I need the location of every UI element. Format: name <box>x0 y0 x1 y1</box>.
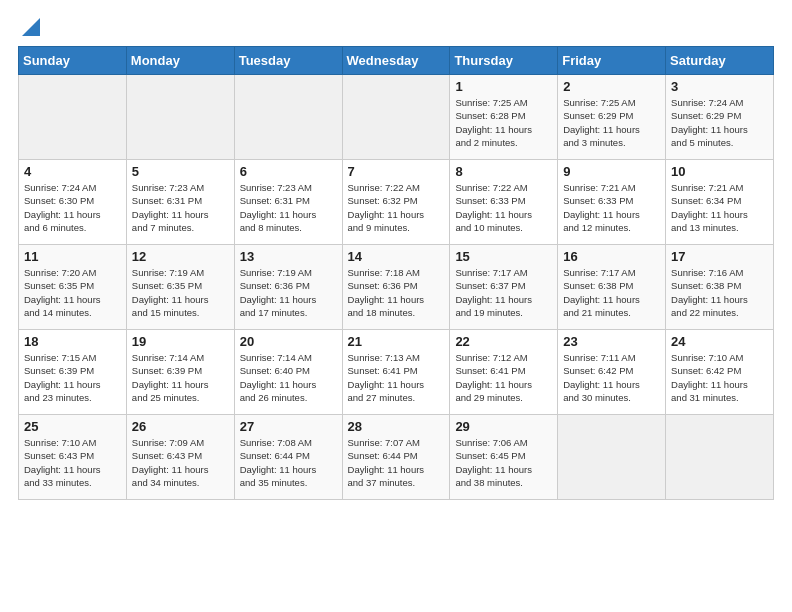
day-header-saturday: Saturday <box>666 47 774 75</box>
calendar-cell: 9Sunrise: 7:21 AM Sunset: 6:33 PM Daylig… <box>558 160 666 245</box>
day-info: Sunrise: 7:16 AM Sunset: 6:38 PM Dayligh… <box>671 266 768 319</box>
calendar-week-3: 18Sunrise: 7:15 AM Sunset: 6:39 PM Dayli… <box>19 330 774 415</box>
day-info: Sunrise: 7:21 AM Sunset: 6:33 PM Dayligh… <box>563 181 660 234</box>
calendar-cell: 11Sunrise: 7:20 AM Sunset: 6:35 PM Dayli… <box>19 245 127 330</box>
calendar-cell: 2Sunrise: 7:25 AM Sunset: 6:29 PM Daylig… <box>558 75 666 160</box>
calendar-cell: 5Sunrise: 7:23 AM Sunset: 6:31 PM Daylig… <box>126 160 234 245</box>
day-number: 11 <box>24 249 121 264</box>
day-number: 18 <box>24 334 121 349</box>
day-number: 1 <box>455 79 552 94</box>
calendar-cell <box>19 75 127 160</box>
day-header-sunday: Sunday <box>19 47 127 75</box>
day-number: 4 <box>24 164 121 179</box>
logo-icon <box>22 18 40 36</box>
calendar-cell <box>234 75 342 160</box>
day-info: Sunrise: 7:25 AM Sunset: 6:29 PM Dayligh… <box>563 96 660 149</box>
calendar-cell <box>126 75 234 160</box>
day-number: 23 <box>563 334 660 349</box>
day-number: 28 <box>348 419 445 434</box>
day-number: 5 <box>132 164 229 179</box>
svg-marker-0 <box>22 18 40 36</box>
day-info: Sunrise: 7:19 AM Sunset: 6:36 PM Dayligh… <box>240 266 337 319</box>
day-header-friday: Friday <box>558 47 666 75</box>
day-number: 25 <box>24 419 121 434</box>
day-number: 6 <box>240 164 337 179</box>
calendar-week-0: 1Sunrise: 7:25 AM Sunset: 6:28 PM Daylig… <box>19 75 774 160</box>
calendar-table: SundayMondayTuesdayWednesdayThursdayFrid… <box>18 46 774 500</box>
calendar-cell: 7Sunrise: 7:22 AM Sunset: 6:32 PM Daylig… <box>342 160 450 245</box>
day-info: Sunrise: 7:23 AM Sunset: 6:31 PM Dayligh… <box>240 181 337 234</box>
calendar-cell: 28Sunrise: 7:07 AM Sunset: 6:44 PM Dayli… <box>342 415 450 500</box>
day-info: Sunrise: 7:25 AM Sunset: 6:28 PM Dayligh… <box>455 96 552 149</box>
calendar-cell: 16Sunrise: 7:17 AM Sunset: 6:38 PM Dayli… <box>558 245 666 330</box>
day-number: 8 <box>455 164 552 179</box>
logo <box>18 18 40 36</box>
page: SundayMondayTuesdayWednesdayThursdayFrid… <box>0 0 792 510</box>
day-number: 29 <box>455 419 552 434</box>
day-info: Sunrise: 7:24 AM Sunset: 6:29 PM Dayligh… <box>671 96 768 149</box>
day-number: 14 <box>348 249 445 264</box>
calendar-cell: 8Sunrise: 7:22 AM Sunset: 6:33 PM Daylig… <box>450 160 558 245</box>
day-info: Sunrise: 7:08 AM Sunset: 6:44 PM Dayligh… <box>240 436 337 489</box>
calendar-cell: 12Sunrise: 7:19 AM Sunset: 6:35 PM Dayli… <box>126 245 234 330</box>
day-number: 12 <box>132 249 229 264</box>
day-info: Sunrise: 7:13 AM Sunset: 6:41 PM Dayligh… <box>348 351 445 404</box>
calendar-cell: 14Sunrise: 7:18 AM Sunset: 6:36 PM Dayli… <box>342 245 450 330</box>
day-number: 2 <box>563 79 660 94</box>
day-info: Sunrise: 7:17 AM Sunset: 6:38 PM Dayligh… <box>563 266 660 319</box>
day-number: 26 <box>132 419 229 434</box>
day-number: 10 <box>671 164 768 179</box>
calendar-cell: 15Sunrise: 7:17 AM Sunset: 6:37 PM Dayli… <box>450 245 558 330</box>
day-number: 7 <box>348 164 445 179</box>
calendar-cell: 3Sunrise: 7:24 AM Sunset: 6:29 PM Daylig… <box>666 75 774 160</box>
day-header-tuesday: Tuesday <box>234 47 342 75</box>
day-info: Sunrise: 7:07 AM Sunset: 6:44 PM Dayligh… <box>348 436 445 489</box>
day-info: Sunrise: 7:14 AM Sunset: 6:39 PM Dayligh… <box>132 351 229 404</box>
calendar-cell: 10Sunrise: 7:21 AM Sunset: 6:34 PM Dayli… <box>666 160 774 245</box>
calendar-cell: 17Sunrise: 7:16 AM Sunset: 6:38 PM Dayli… <box>666 245 774 330</box>
calendar-cell: 4Sunrise: 7:24 AM Sunset: 6:30 PM Daylig… <box>19 160 127 245</box>
calendar-cell: 26Sunrise: 7:09 AM Sunset: 6:43 PM Dayli… <box>126 415 234 500</box>
day-info: Sunrise: 7:10 AM Sunset: 6:42 PM Dayligh… <box>671 351 768 404</box>
day-info: Sunrise: 7:15 AM Sunset: 6:39 PM Dayligh… <box>24 351 121 404</box>
calendar-cell: 20Sunrise: 7:14 AM Sunset: 6:40 PM Dayli… <box>234 330 342 415</box>
day-number: 9 <box>563 164 660 179</box>
calendar-cell: 29Sunrise: 7:06 AM Sunset: 6:45 PM Dayli… <box>450 415 558 500</box>
calendar-cell: 6Sunrise: 7:23 AM Sunset: 6:31 PM Daylig… <box>234 160 342 245</box>
day-header-wednesday: Wednesday <box>342 47 450 75</box>
calendar-week-2: 11Sunrise: 7:20 AM Sunset: 6:35 PM Dayli… <box>19 245 774 330</box>
calendar-cell <box>666 415 774 500</box>
day-number: 3 <box>671 79 768 94</box>
day-info: Sunrise: 7:23 AM Sunset: 6:31 PM Dayligh… <box>132 181 229 234</box>
day-number: 13 <box>240 249 337 264</box>
calendar-week-4: 25Sunrise: 7:10 AM Sunset: 6:43 PM Dayli… <box>19 415 774 500</box>
day-number: 27 <box>240 419 337 434</box>
day-info: Sunrise: 7:21 AM Sunset: 6:34 PM Dayligh… <box>671 181 768 234</box>
calendar-cell: 19Sunrise: 7:14 AM Sunset: 6:39 PM Dayli… <box>126 330 234 415</box>
day-info: Sunrise: 7:10 AM Sunset: 6:43 PM Dayligh… <box>24 436 121 489</box>
calendar-cell <box>558 415 666 500</box>
day-info: Sunrise: 7:17 AM Sunset: 6:37 PM Dayligh… <box>455 266 552 319</box>
day-info: Sunrise: 7:22 AM Sunset: 6:32 PM Dayligh… <box>348 181 445 234</box>
day-info: Sunrise: 7:24 AM Sunset: 6:30 PM Dayligh… <box>24 181 121 234</box>
day-info: Sunrise: 7:22 AM Sunset: 6:33 PM Dayligh… <box>455 181 552 234</box>
day-info: Sunrise: 7:18 AM Sunset: 6:36 PM Dayligh… <box>348 266 445 319</box>
day-header-monday: Monday <box>126 47 234 75</box>
calendar-week-1: 4Sunrise: 7:24 AM Sunset: 6:30 PM Daylig… <box>19 160 774 245</box>
calendar-cell: 25Sunrise: 7:10 AM Sunset: 6:43 PM Dayli… <box>19 415 127 500</box>
day-header-thursday: Thursday <box>450 47 558 75</box>
day-info: Sunrise: 7:11 AM Sunset: 6:42 PM Dayligh… <box>563 351 660 404</box>
calendar-header-row: SundayMondayTuesdayWednesdayThursdayFrid… <box>19 47 774 75</box>
day-number: 22 <box>455 334 552 349</box>
calendar-cell: 1Sunrise: 7:25 AM Sunset: 6:28 PM Daylig… <box>450 75 558 160</box>
calendar-cell: 24Sunrise: 7:10 AM Sunset: 6:42 PM Dayli… <box>666 330 774 415</box>
day-number: 16 <box>563 249 660 264</box>
day-number: 17 <box>671 249 768 264</box>
calendar-cell: 13Sunrise: 7:19 AM Sunset: 6:36 PM Dayli… <box>234 245 342 330</box>
day-info: Sunrise: 7:06 AM Sunset: 6:45 PM Dayligh… <box>455 436 552 489</box>
calendar-cell: 23Sunrise: 7:11 AM Sunset: 6:42 PM Dayli… <box>558 330 666 415</box>
day-info: Sunrise: 7:09 AM Sunset: 6:43 PM Dayligh… <box>132 436 229 489</box>
header <box>18 18 774 36</box>
day-number: 24 <box>671 334 768 349</box>
calendar-cell: 21Sunrise: 7:13 AM Sunset: 6:41 PM Dayli… <box>342 330 450 415</box>
